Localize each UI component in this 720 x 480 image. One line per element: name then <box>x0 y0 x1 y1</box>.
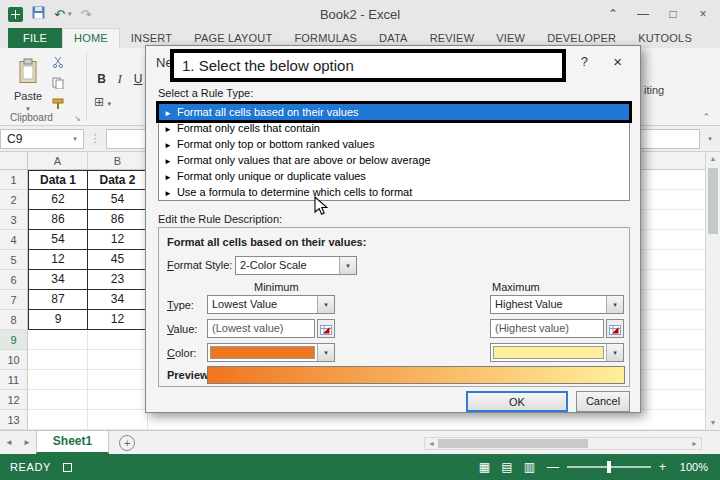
min-value-input[interactable]: (Lowest value) <box>207 319 315 338</box>
rule-type-option[interactable]: ►Format only cells that contain <box>159 120 629 136</box>
cell-A8[interactable]: 9 <box>28 310 88 330</box>
row-header-2[interactable]: 2 <box>0 190 28 210</box>
rule-type-option[interactable]: ►Format only top or bottom ranked values <box>159 136 629 152</box>
underline-button[interactable]: U <box>131 72 146 86</box>
row-header-5[interactable]: 5 <box>0 250 28 270</box>
normal-view-icon[interactable]: ▦ <box>479 460 490 474</box>
rule-type-option[interactable]: ►Use a formula to determine which cells … <box>159 184 629 200</box>
minimize-icon[interactable]: — <box>628 0 658 28</box>
name-box-dropdown-icon[interactable]: ▾ <box>67 135 83 143</box>
hscroll-left-icon[interactable]: ◄ <box>425 440 438 447</box>
cell-B3[interactable]: 86 <box>88 210 148 230</box>
vertical-scrollbar-thumb[interactable] <box>708 168 718 234</box>
zoom-in-icon[interactable]: + <box>659 460 666 474</box>
formula-bar-separator[interactable]: ⋮ <box>84 132 106 145</box>
cell-A10[interactable] <box>28 350 88 370</box>
row-header-11[interactable]: 11 <box>0 370 28 390</box>
cell-B13[interactable] <box>88 410 148 430</box>
max-range-picker-icon[interactable] <box>606 319 624 338</box>
format-style-dropdown[interactable]: 2-Color Scale ▾ <box>235 256 357 275</box>
tab-file[interactable]: FILE <box>8 28 62 48</box>
hscroll-right-icon[interactable]: ► <box>688 440 701 447</box>
sheet-nav-left-icon[interactable]: ◄ <box>0 438 18 447</box>
borders-dropdown-icon[interactable]: ▾ <box>107 100 111 107</box>
tab-home[interactable]: HOME <box>62 28 120 48</box>
row-header-3[interactable]: 3 <box>0 210 28 230</box>
copy-icon[interactable] <box>52 77 64 92</box>
row-header-12[interactable]: 12 <box>0 390 28 410</box>
cell-B11[interactable] <box>88 370 148 390</box>
cell-B7[interactable]: 34 <box>88 290 148 310</box>
chevron-down-icon[interactable]: ▾ <box>339 257 356 274</box>
bold-button[interactable]: B <box>94 72 109 86</box>
collapse-ribbon-icon[interactable]: ⌃ <box>702 112 710 122</box>
zoom-level[interactable]: 100% <box>674 461 720 473</box>
undo-icon[interactable]: ↶ <box>54 8 65 21</box>
horizontal-scrollbar-thumb[interactable] <box>438 439 588 448</box>
min-range-picker-icon[interactable] <box>317 319 335 338</box>
cut-icon[interactable] <box>52 56 64 71</box>
page-layout-view-icon[interactable]: ▤ <box>501 460 512 474</box>
cell-A9[interactable] <box>28 330 88 350</box>
chevron-down-icon[interactable]: ▾ <box>606 296 623 313</box>
column-header-b[interactable]: B <box>88 152 148 169</box>
add-sheet-icon[interactable]: + <box>119 435 135 451</box>
undo-dropdown-icon[interactable]: ▾ <box>68 10 72 18</box>
row-header-10[interactable]: 10 <box>0 350 28 370</box>
cell-B1[interactable]: Data 2 <box>88 170 148 190</box>
row-header-7[interactable]: 7 <box>0 290 28 310</box>
chevron-down-icon[interactable]: ▾ <box>317 296 334 313</box>
sheet-nav-right-icon[interactable]: ► <box>18 438 36 447</box>
select-all-corner[interactable] <box>0 152 28 169</box>
scroll-up-icon[interactable]: ▲ <box>706 152 720 166</box>
grid-fill[interactable] <box>148 410 720 430</box>
cell-A11[interactable] <box>28 370 88 390</box>
cell-A5[interactable]: 12 <box>28 250 88 270</box>
rule-type-option-selected[interactable]: ►Format all cells based on their values <box>159 104 629 120</box>
cell-B8[interactable]: 12 <box>88 310 148 330</box>
max-type-dropdown[interactable]: Highest Value ▾ <box>490 295 624 314</box>
dialog-help-icon[interactable]: ? <box>581 54 588 69</box>
rule-type-option[interactable]: ►Format only values that are above or be… <box>159 152 629 168</box>
sheet-tab-sheet1[interactable]: Sheet1 <box>36 431 109 454</box>
scroll-down-icon[interactable]: ▼ <box>706 416 720 430</box>
save-icon[interactable] <box>32 6 45 22</box>
row-header-9[interactable]: 9 <box>0 330 28 350</box>
cell-B5[interactable]: 45 <box>88 250 148 270</box>
min-color-dropdown[interactable]: ▾ <box>207 343 335 362</box>
ok-button[interactable]: OK <box>466 391 568 412</box>
restore-icon[interactable]: □ <box>658 0 688 28</box>
max-color-dropdown[interactable]: ▾ <box>490 343 624 362</box>
cell-A2[interactable]: 62 <box>28 190 88 210</box>
close-icon[interactable]: × <box>688 0 718 28</box>
cell-B2[interactable]: 54 <box>88 190 148 210</box>
format-painter-icon[interactable] <box>52 98 64 113</box>
cell-B4[interactable]: 12 <box>88 230 148 250</box>
cell-A3[interactable]: 86 <box>28 210 88 230</box>
name-box[interactable]: C9 ▾ <box>0 129 84 149</box>
cell-A6[interactable]: 34 <box>28 270 88 290</box>
row-header-6[interactable]: 6 <box>0 270 28 290</box>
chevron-down-icon[interactable]: ▾ <box>317 344 334 361</box>
paste-button[interactable]: Paste ▾ <box>8 53 48 117</box>
cancel-button[interactable]: Cancel <box>576 391 630 412</box>
chevron-down-icon[interactable]: ▾ <box>606 344 623 361</box>
dialog-close-icon[interactable]: × <box>613 53 622 70</box>
cell-B10[interactable] <box>88 350 148 370</box>
cell-B6[interactable]: 23 <box>88 270 148 290</box>
rule-type-option[interactable]: ►Format only unique or duplicate values <box>159 168 629 184</box>
zoom-out-icon[interactable]: — <box>547 460 559 474</box>
horizontal-scrollbar[interactable]: ◄ ► <box>424 437 702 450</box>
macro-record-icon[interactable] <box>63 463 72 472</box>
row-header-1[interactable]: 1 <box>0 170 28 190</box>
cell-A1[interactable]: Data 1 <box>28 170 88 190</box>
min-type-dropdown[interactable]: Lowest Value ▾ <box>207 295 335 314</box>
cell-A13[interactable] <box>28 410 88 430</box>
zoom-slider-thumb[interactable] <box>607 461 611 473</box>
vertical-scrollbar[interactable]: ▲ ▼ <box>705 152 720 430</box>
max-value-input[interactable]: (Highest value) <box>490 319 604 338</box>
row-header-4[interactable]: 4 <box>0 230 28 250</box>
redo-icon[interactable]: ↷ <box>80 8 91 21</box>
cell-B9[interactable] <box>88 330 148 350</box>
ribbon-display-options-icon[interactable]: ⌃ <box>598 0 628 28</box>
